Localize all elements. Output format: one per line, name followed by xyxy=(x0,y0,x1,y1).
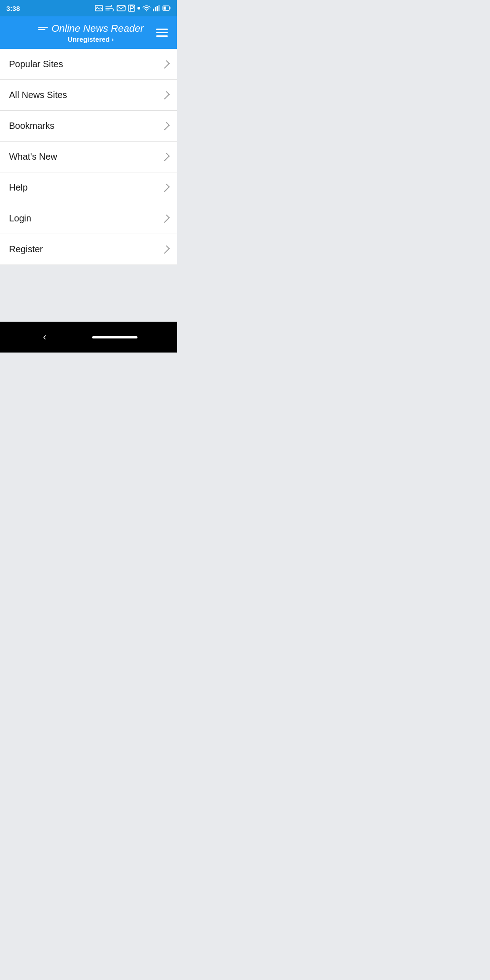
home-pill[interactable] xyxy=(92,336,137,338)
menu-item-bookmarks[interactable]: Bookmarks xyxy=(0,111,177,142)
menu-item-label-help: Help xyxy=(9,182,28,193)
time-display: 3:38 xyxy=(6,5,20,12)
svg-rect-8 xyxy=(155,7,156,11)
chevron-right-icon-register xyxy=(162,245,170,253)
status-bar: 3:38 xyxy=(0,0,177,16)
chevron-right-icon-bookmarks xyxy=(162,122,170,130)
menu-item-label-popular-sites: Popular Sites xyxy=(9,59,63,69)
svg-rect-12 xyxy=(164,7,166,10)
menu-item-help[interactable]: Help xyxy=(0,172,177,203)
menu-item-whats-new[interactable]: What's New xyxy=(0,142,177,172)
svg-rect-9 xyxy=(157,6,158,11)
app-bar: Online News Reader Unregistered › xyxy=(0,16,177,49)
svg-rect-2 xyxy=(117,5,125,11)
chevron-right-icon-whats-new xyxy=(162,152,170,161)
signal-icon xyxy=(153,5,160,11)
parking-icon xyxy=(128,5,135,12)
menu-list: Popular SitesAll News SitesBookmarksWhat… xyxy=(0,49,177,265)
status-time: 3:38 xyxy=(6,5,20,12)
svg-rect-13 xyxy=(170,7,171,10)
app-bar-title-container: Online News Reader Unregistered › xyxy=(27,23,154,43)
news-lines-icon xyxy=(38,27,48,30)
app-subtitle[interactable]: Unregistered › xyxy=(68,35,114,43)
menu-item-register[interactable]: Register xyxy=(0,234,177,265)
chevron-right-icon-all-news-sites xyxy=(162,91,170,99)
dot-icon xyxy=(137,7,140,10)
svg-point-6 xyxy=(146,10,147,11)
wifi-icon xyxy=(142,5,151,11)
back-button[interactable]: ‹ xyxy=(39,328,50,347)
bottom-navigation-bar: ‹ xyxy=(0,322,177,353)
wind-icon xyxy=(105,5,114,11)
battery-icon xyxy=(162,5,171,11)
menu-item-login[interactable]: Login xyxy=(0,203,177,234)
svg-point-5 xyxy=(137,7,140,10)
menu-item-popular-sites[interactable]: Popular Sites xyxy=(0,49,177,80)
chevron-right-icon-login xyxy=(162,214,170,222)
email-icon xyxy=(117,5,126,12)
svg-rect-10 xyxy=(158,5,160,11)
svg-rect-7 xyxy=(153,9,154,11)
app-title: Online News Reader xyxy=(52,23,144,34)
menu-item-all-news-sites[interactable]: All News Sites xyxy=(0,80,177,111)
menu-item-label-all-news-sites: All News Sites xyxy=(9,90,67,100)
hamburger-menu-button[interactable] xyxy=(154,27,170,39)
status-icons xyxy=(95,5,171,12)
menu-item-label-login: Login xyxy=(9,213,31,224)
menu-item-label-whats-new: What's New xyxy=(9,152,57,162)
chevron-right-icon-popular-sites xyxy=(162,60,170,68)
menu-item-label-register: Register xyxy=(9,244,43,255)
chevron-right-icon-help xyxy=(162,183,170,191)
image-icon xyxy=(95,5,103,11)
gray-area xyxy=(0,265,177,322)
menu-item-label-bookmarks: Bookmarks xyxy=(9,121,54,131)
title-row: Online News Reader xyxy=(38,23,144,34)
